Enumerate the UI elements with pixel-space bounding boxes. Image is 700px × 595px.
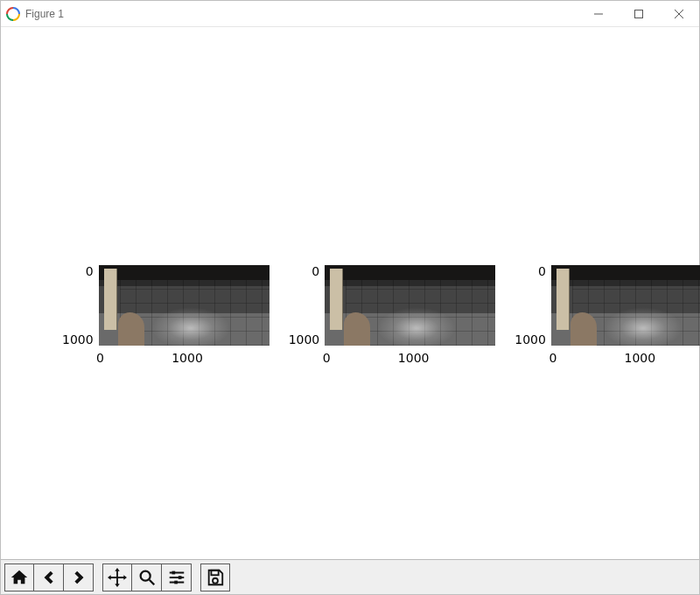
subplot-3: 0100001000	[514, 265, 700, 365]
y-tick-labels: 01000	[289, 265, 320, 346]
axes-image	[551, 265, 700, 346]
axes-wrap: 01000	[325, 265, 495, 365]
glare	[604, 307, 682, 349]
svg-rect-4	[178, 576, 181, 579]
x-tick-labels: 01000	[99, 351, 270, 365]
y-tick-label: 1000	[289, 333, 320, 346]
x-tick-label: 1000	[398, 351, 430, 365]
svg-rect-1	[635, 10, 643, 18]
x-tick-label: 0	[323, 351, 331, 365]
y-tick-label: 1000	[62, 333, 94, 346]
finger-shape	[118, 312, 144, 346]
subplot-1: 0100001000	[62, 265, 270, 365]
forward-button[interactable]	[64, 564, 94, 592]
axes-image	[99, 265, 270, 346]
close-button[interactable]	[659, 1, 699, 27]
x-tick-labels: 01000	[325, 351, 495, 365]
x-tick-label: 1000	[624, 351, 655, 365]
pan-button[interactable]	[102, 564, 132, 592]
zoom-button[interactable]	[132, 564, 162, 592]
axes-wrap: 01000	[99, 265, 270, 365]
y-tick-label: 0	[86, 265, 94, 277]
y-tick-labels: 01000	[62, 265, 94, 346]
x-tick-label: 1000	[172, 351, 203, 365]
app-icon	[6, 7, 20, 21]
save-button[interactable]	[200, 564, 230, 592]
svg-point-7	[213, 578, 218, 583]
configure-subplots-button[interactable]	[162, 564, 192, 592]
finger-shape	[344, 312, 370, 346]
figure-area: 010000100001000010000100001000	[1, 27, 699, 559]
y-tick-labels: 01000	[514, 265, 546, 346]
maximize-button[interactable]	[619, 1, 659, 27]
axes-wrap: 01000	[551, 265, 700, 365]
glare	[377, 307, 456, 349]
subplots-row: 010000100001000010000100001000	[62, 265, 700, 365]
app-window: Figure 1 010000100001000010000100001000	[0, 0, 700, 595]
svg-point-2	[140, 570, 150, 580]
titlebar: Figure 1	[1, 1, 699, 27]
x-tick-labels: 01000	[551, 351, 700, 365]
matplotlib-toolbar	[1, 559, 699, 594]
svg-rect-5	[174, 580, 178, 584]
svg-rect-6	[211, 570, 218, 575]
window-title: Figure 1	[25, 8, 64, 20]
finger-shape	[570, 312, 597, 346]
y-tick-label: 0	[312, 265, 319, 277]
x-tick-label: 0	[549, 351, 556, 365]
svg-rect-3	[172, 570, 175, 574]
glare	[151, 307, 230, 349]
y-tick-label: 0	[538, 265, 546, 277]
figure-canvas[interactable]: 010000100001000010000100001000	[1, 27, 699, 559]
back-button[interactable]	[34, 564, 64, 592]
minimize-button[interactable]	[578, 1, 619, 27]
x-tick-label: 0	[96, 351, 104, 365]
subplot-2: 0100001000	[289, 265, 496, 365]
home-button[interactable]	[4, 564, 34, 592]
axes-image	[325, 265, 495, 346]
y-tick-label: 1000	[514, 333, 546, 346]
